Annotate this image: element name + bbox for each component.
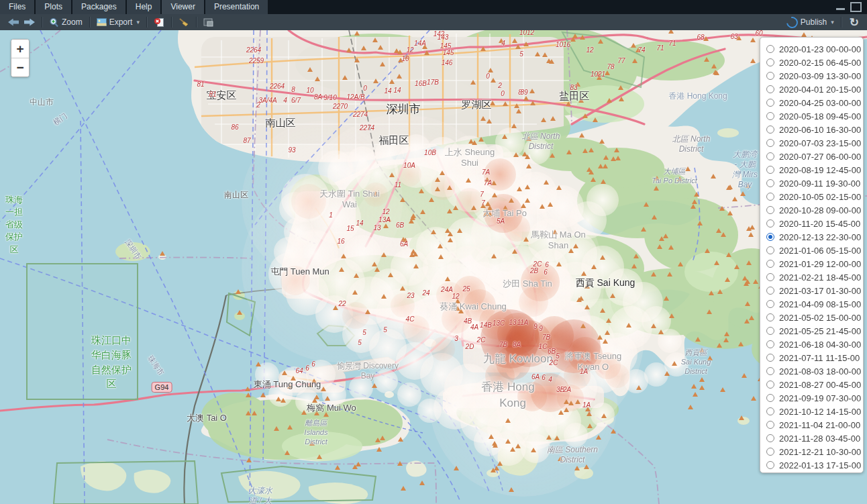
- radio-icon[interactable]: [766, 260, 774, 268]
- timeline-option-label: 2020-09-11 19-30-00: [779, 179, 860, 189]
- tab-help[interactable]: Help: [127, 0, 161, 14]
- minimize-icon[interactable]: [836, 8, 845, 10]
- radio-icon[interactable]: [766, 125, 774, 134]
- radio-icon[interactable]: [766, 273, 774, 281]
- timeline-option[interactable]: 2020-02-15 06-45-00: [766, 56, 863, 69]
- timeline-option[interactable]: 2020-03-09 13-30-00: [766, 69, 863, 83]
- radio-icon[interactable]: [766, 219, 774, 228]
- rstudio-viewer-window: FilesPlotsPackagesHelpViewerPresentation…: [0, 0, 867, 504]
- radio-icon[interactable]: [766, 354, 774, 362]
- radio-icon[interactable]: [766, 72, 774, 80]
- timeline-option-label: 2020-08-19 12-45-00: [779, 165, 861, 175]
- tab-presentation[interactable]: Presentation: [205, 0, 268, 14]
- timeline-option-label: 2020-10-28 09-00-00: [779, 205, 861, 215]
- timeline-option[interactable]: 2021-11-04 21-00-00: [766, 418, 863, 432]
- radio-icon[interactable]: [766, 287, 774, 295]
- export-caret-icon: ▾: [136, 19, 140, 26]
- radio-icon[interactable]: [766, 407, 774, 415]
- radio-icon[interactable]: [766, 246, 774, 254]
- timeline-option[interactable]: 2021-03-17 01-30-00: [766, 284, 863, 297]
- radio-icon[interactable]: [766, 166, 774, 174]
- radio-icon[interactable]: [766, 112, 774, 120]
- timeline-option[interactable]: 2021-07-11 11-15-00: [766, 351, 863, 364]
- timeline-option-label: 2021-10-12 14-15-00: [779, 407, 861, 417]
- timeline-option-label: 2021-09-19 07-30-00: [779, 393, 861, 403]
- timeline-option[interactable]: 2021-01-29 12-00-00: [766, 257, 863, 270]
- radio-icon[interactable]: [766, 340, 774, 348]
- radio-icon[interactable]: [766, 421, 774, 429]
- back-button[interactable]: [5, 15, 21, 30]
- timeline-option-label: 2022-01-13 17-15-00: [779, 460, 861, 470]
- timeline-option[interactable]: 2020-01-23 00-00-00: [766, 42, 863, 56]
- radio-icon[interactable]: [766, 300, 774, 308]
- timeline-option[interactable]: 2020-10-28 09-00-00: [766, 203, 863, 217]
- radio-icon[interactable]: [766, 434, 774, 442]
- forward-button[interactable]: [21, 15, 38, 30]
- tab-plots[interactable]: Plots: [36, 0, 71, 14]
- window-buttons: [836, 0, 862, 14]
- timeline-option[interactable]: 2021-09-19 07-30-00: [766, 391, 863, 405]
- timeline-option[interactable]: 2020-07-27 06-00-00: [766, 150, 863, 163]
- maximize-icon[interactable]: [850, 2, 862, 12]
- radio-icon[interactable]: [766, 193, 774, 201]
- timeline-option[interactable]: 2020-06-10 16-30-00: [766, 123, 863, 136]
- timeline-option-label: 2020-06-10 16-30-00: [779, 125, 861, 135]
- timeline-option[interactable]: 2021-10-12 14-15-00: [766, 405, 863, 418]
- radio-icon[interactable]: [766, 381, 774, 389]
- radio-icon[interactable]: [766, 99, 774, 107]
- timeline-option-label: 2020-04-01 20-15-00: [779, 85, 861, 95]
- timeline-option[interactable]: 2021-08-27 00-45-00: [766, 378, 863, 391]
- timeline-option[interactable]: 2020-04-01 20-15-00: [766, 83, 863, 96]
- timeline-option[interactable]: 2021-11-28 03-45-00: [766, 432, 863, 445]
- radio-icon[interactable]: [766, 139, 774, 147]
- timeline-option[interactable]: 2020-08-19 12-45-00: [766, 163, 863, 177]
- timeline-option[interactable]: 2020-05-18 09-45-00: [766, 109, 863, 123]
- radio-icon[interactable]: [766, 58, 774, 66]
- radio-icon[interactable]: [766, 313, 774, 321]
- leaflet-map[interactable]: 中山市横门珠海 一担 省级 保护 区宝安区南山区南山区深圳市福田区罗湖区盐田区香…: [0, 30, 867, 504]
- timeline-option[interactable]: 2020-11-20 15-45-00: [766, 217, 863, 230]
- publish-button[interactable]: Publish ▾: [784, 15, 837, 30]
- refresh-button[interactable]: ↻: [846, 15, 867, 30]
- timeline-option[interactable]: 2020-12-13 22-30-00: [766, 230, 863, 244]
- radio-icon[interactable]: [766, 394, 774, 402]
- timeline-option[interactable]: 2021-05-25 21-45-00: [766, 324, 863, 338]
- timeline-option[interactable]: 2021-01-06 05-15-00: [766, 244, 863, 257]
- export-button[interactable]: Export ▾: [94, 15, 142, 30]
- timeline-option[interactable]: 2021-06-18 04-30-00: [766, 338, 863, 351]
- tab-packages[interactable]: Packages: [72, 0, 125, 14]
- clear-viewer-button[interactable]: [176, 15, 192, 30]
- timeline-option[interactable]: 2020-09-11 19-30-00: [766, 177, 863, 190]
- zoom-out-button[interactable]: −: [11, 58, 29, 77]
- radio-icon[interactable]: [766, 367, 774, 375]
- timeline-option[interactable]: 2021-08-03 18-00-00: [766, 364, 863, 378]
- stop-remove-button[interactable]: [151, 15, 167, 30]
- timeline-option[interactable]: 2022-01-13 17-15-00: [766, 458, 863, 472]
- tab-files[interactable]: Files: [0, 0, 34, 14]
- timeline-option[interactable]: 2021-02-21 18-45-00: [766, 270, 863, 284]
- timeline-option[interactable]: 2021-12-21 10-30-00: [766, 445, 863, 458]
- radio-icon[interactable]: [766, 152, 774, 160]
- timeline-option[interactable]: 2021-04-09 08-15-00: [766, 297, 863, 311]
- timeline-option-label: 2020-01-23 00-00-00: [779, 44, 861, 54]
- timeline-option[interactable]: 2021-05-02 15-00-00: [766, 311, 863, 324]
- zoom-button[interactable]: Zoom: [46, 15, 85, 30]
- radio-icon[interactable]: [766, 327, 774, 335]
- publish-caret-icon: ▾: [831, 19, 834, 26]
- timeline-option[interactable]: 2020-07-03 23-15-00: [766, 136, 863, 150]
- radio-icon[interactable]: [766, 45, 774, 53]
- radio-icon[interactable]: [766, 461, 774, 469]
- pane-tabbar: FilesPlotsPackagesHelpViewerPresentation: [0, 0, 867, 14]
- tab-viewer[interactable]: Viewer: [162, 0, 203, 14]
- radio-icon[interactable]: [766, 233, 774, 241]
- zoom-in-button[interactable]: +: [11, 40, 29, 58]
- radio-icon[interactable]: [766, 206, 774, 214]
- timeline-option-label: 2020-05-18 09-45-00: [779, 111, 861, 121]
- radio-icon[interactable]: [766, 448, 774, 456]
- timeline-option-label: 2021-05-02 15-00-00: [779, 313, 861, 323]
- timeline-option[interactable]: 2020-04-25 03-00-00: [766, 96, 863, 109]
- radio-icon[interactable]: [766, 179, 774, 187]
- open-in-new-window-button[interactable]: [201, 15, 216, 30]
- radio-icon[interactable]: [766, 85, 774, 93]
- timeline-option[interactable]: 2020-10-05 02-15-00: [766, 190, 863, 203]
